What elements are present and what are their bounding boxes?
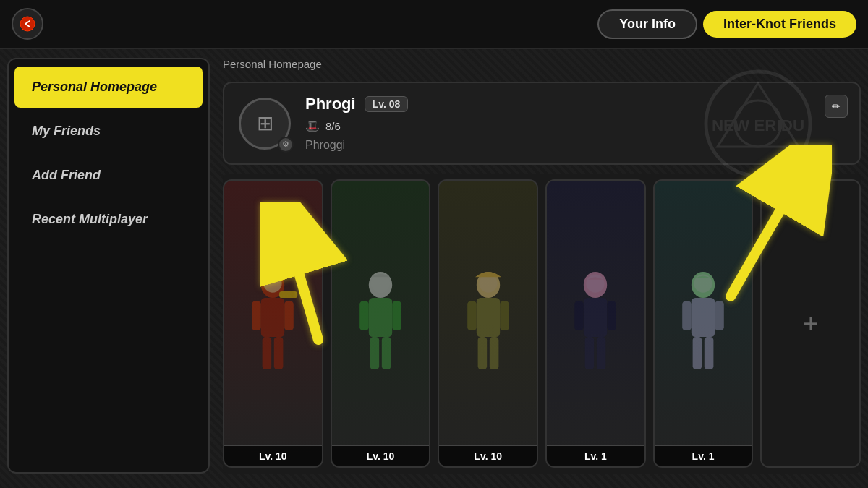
svg-point-26 <box>479 275 497 293</box>
svg-rect-28 <box>584 298 607 337</box>
add-character-button[interactable]: + <box>760 179 861 468</box>
character-card-2[interactable]: Lv. 10 <box>331 179 431 468</box>
back-button[interactable] <box>12 8 43 40</box>
character-silhouette-5 <box>664 202 742 445</box>
friends-count: 8/6 <box>326 120 341 132</box>
svg-rect-31 <box>585 337 595 369</box>
your-info-button[interactable]: Your Info <box>597 9 697 39</box>
svg-rect-36 <box>682 301 692 331</box>
friends-icon: 🎩 <box>305 119 320 133</box>
sidebar-item-recent-multiplayer[interactable]: Recent Multiplayer <box>14 199 203 240</box>
svg-rect-10 <box>274 337 284 369</box>
character-card-1[interactable]: Lv. 10 <box>223 179 323 468</box>
sidebar-item-add-friend[interactable]: Add Friend <box>14 155 203 196</box>
character-silhouette-1 <box>234 202 312 445</box>
char-level-3: Lv. 10 <box>439 445 537 466</box>
svg-rect-12 <box>279 291 297 298</box>
svg-rect-24 <box>477 337 487 369</box>
profile-name: Phrogi <box>305 95 356 114</box>
svg-rect-14 <box>369 298 392 337</box>
edit-button[interactable]: ✏ <box>825 95 848 118</box>
character-silhouette-2 <box>341 202 420 445</box>
svg-text:NEW ERIDU: NEW ERIDU <box>712 116 804 134</box>
char-level-4: Lv. 1 <box>547 445 644 466</box>
sidebar-item-my-friends[interactable]: My Friends <box>14 111 203 152</box>
svg-point-0 <box>20 17 35 31</box>
profile-card: NEW ERIDU ⊞ ⚙ Phrogi Lv. 08 🎩 8/6 Phrogg… <box>223 82 861 165</box>
inter-knot-friends-button[interactable]: Inter-Knot Friends <box>703 11 856 38</box>
add-icon: + <box>803 309 818 339</box>
level-badge: Lv. 08 <box>365 96 409 112</box>
svg-rect-15 <box>359 301 369 331</box>
char-level-5: Lv. 1 <box>655 445 752 466</box>
svg-rect-25 <box>489 337 498 369</box>
svg-rect-9 <box>263 337 272 369</box>
sidebar: Personal Homepage My Friends Add Friend … <box>7 58 210 474</box>
svg-rect-38 <box>693 337 702 369</box>
svg-rect-32 <box>597 337 606 369</box>
avatar-badge: ⚙ <box>278 137 294 153</box>
main-content: Personal Homepage NEW ERIDU ⊞ ⚙ Phrogi L… <box>223 58 861 474</box>
svg-rect-8 <box>285 301 294 331</box>
character-silhouette-3 <box>449 202 527 445</box>
svg-rect-39 <box>705 337 714 369</box>
svg-rect-21 <box>476 298 499 337</box>
svg-rect-35 <box>692 298 715 337</box>
svg-rect-7 <box>252 301 262 331</box>
svg-marker-2 <box>718 83 799 147</box>
character-card-5[interactable]: Lv. 1 <box>653 179 754 468</box>
characters-section: Lv. 10 Lv. 10 <box>223 174 861 474</box>
character-silhouette-4 <box>556 202 634 445</box>
svg-rect-6 <box>261 298 284 337</box>
char-level-1: Lv. 10 <box>224 445 322 466</box>
top-right-nav: Your Info Inter-Knot Friends <box>597 9 856 39</box>
svg-rect-30 <box>608 301 617 331</box>
edit-icon: ✏ <box>832 100 841 112</box>
character-card-4[interactable]: Lv. 1 <box>545 179 646 468</box>
background-logo: NEW ERIDU <box>700 66 816 181</box>
svg-rect-17 <box>370 337 380 369</box>
top-bar: Your Info Inter-Knot Friends <box>0 0 868 49</box>
avatar-container: ⊞ ⚙ <box>239 98 291 150</box>
svg-rect-22 <box>467 301 477 331</box>
svg-point-19 <box>371 275 389 293</box>
char-level-2: Lv. 10 <box>332 445 430 466</box>
svg-rect-23 <box>500 301 509 331</box>
character-card-3[interactable]: Lv. 10 <box>438 179 538 468</box>
svg-rect-18 <box>382 337 391 369</box>
sidebar-item-personal-homepage[interactable]: Personal Homepage <box>14 67 203 108</box>
svg-rect-37 <box>715 301 724 331</box>
svg-rect-29 <box>575 301 584 331</box>
avatar-icon: ⊞ <box>257 111 273 135</box>
svg-rect-16 <box>392 301 401 331</box>
